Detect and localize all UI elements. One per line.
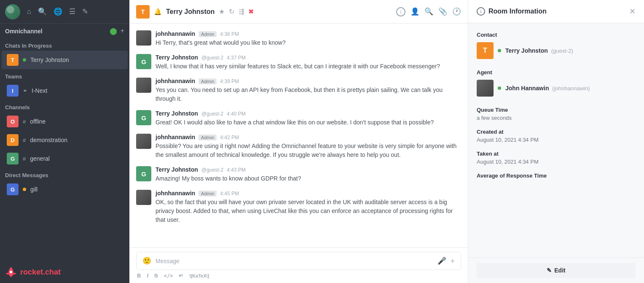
chat-format-bar: B I S </> ↵ \[KaTeX\]: [136, 270, 461, 279]
message-sender-6: Terry Johnston: [156, 166, 198, 173]
queue-time-value: a few seconds: [477, 115, 636, 121]
edit-pencil-icon: ✎: [547, 267, 552, 274]
list-icon[interactable]: ☰: [69, 7, 75, 16]
created-at-value: August 10, 2021 4:34 PM: [477, 137, 636, 143]
message-header-1: johnhannawin Admin 4:36 PM: [156, 30, 461, 37]
offline-label: offline: [30, 118, 46, 125]
gill-avatar: G: [7, 183, 19, 195]
message-sender-7: johnhannawin: [156, 190, 195, 197]
chat-header-star-icon[interactable]: ★: [219, 8, 225, 16]
sidebar-item-general[interactable]: G # general: [2, 149, 128, 168]
multiline-button[interactable]: ↵: [179, 272, 183, 279]
message-time-5: 4:42 PM: [220, 135, 239, 140]
home-icon[interactable]: ⌂: [27, 8, 31, 16]
message-badge-7: Admin: [199, 191, 217, 197]
omnichannel-add-icon[interactable]: +: [121, 27, 124, 35]
chat-header-share-icon[interactable]: ⇶: [239, 8, 244, 16]
offline-avatar: O: [7, 116, 19, 127]
katex-button[interactable]: \[KaTeX\]: [189, 273, 209, 278]
message-content-4: Terry Johnston @guest-2 4:40 PM Great! O…: [156, 110, 461, 127]
info-icon[interactable]: i: [396, 7, 405, 16]
strikethrough-button[interactable]: S: [154, 272, 158, 279]
message-time-3: 4:39 PM: [220, 78, 239, 84]
agent-status-dot: [498, 86, 501, 90]
guest-avatar-6: G: [136, 166, 151, 181]
attachment-icon[interactable]: 📎: [438, 7, 447, 16]
agent-avatar: [477, 80, 494, 97]
chat-header-right-icons: i 👤 🔍 📎 🕐: [396, 7, 461, 16]
sidebar-item-inext[interactable]: I ⚭ I-Next: [2, 81, 128, 100]
omnichannel-status-icon[interactable]: ⬤: [110, 27, 117, 35]
general-hash-icon: #: [23, 156, 26, 162]
gill-label: gill: [30, 186, 38, 193]
terry-status-dot: [23, 58, 26, 62]
compose-icon[interactable]: ✎: [82, 7, 88, 16]
person-icon[interactable]: 👤: [411, 7, 419, 16]
plus-icon[interactable]: +: [451, 257, 455, 265]
message-time-6: 4:43 PM: [227, 167, 246, 173]
chat-header-refresh-icon[interactable]: ↻: [229, 8, 234, 16]
sidebar-item-demonstration[interactable]: D # demonstration: [2, 131, 128, 149]
gill-status-dot: [23, 188, 26, 191]
general-label: general: [30, 155, 50, 162]
guest-avatar-4: G: [136, 110, 151, 125]
chat-header-close-icon[interactable]: ✖: [248, 8, 254, 16]
message-row: johnhannawin Admin 4:36 PM Hi Terry, tha…: [136, 30, 461, 47]
message-header-5: johnhannawin Admin 4:42 PM: [156, 134, 461, 140]
globe-icon[interactable]: 🌐: [54, 7, 62, 16]
right-panel-footer: ✎ Edit: [468, 257, 644, 283]
chat-messages: johnhannawin Admin 4:36 PM Hi Terry, tha…: [129, 24, 468, 247]
sidebar-top: ⌂ 🔍 🌐 ☰ ✎: [0, 0, 129, 24]
italic-button[interactable]: I: [147, 272, 148, 279]
agent-info: John Hannawin (johnhannawin): [505, 85, 590, 92]
sidebar-item-gill[interactable]: G gill: [2, 180, 128, 199]
message-content-7: johnhannawin Admin 4:45 PM OK, so the fa…: [156, 190, 461, 224]
microphone-icon[interactable]: 🎤: [437, 256, 446, 265]
message-header-3: johnhannawin Admin 4:39 PM: [156, 78, 461, 84]
bold-button[interactable]: B: [137, 272, 141, 279]
terry-johnston-label: Terry Johnston: [30, 57, 69, 63]
contact-label: Contact: [477, 32, 636, 38]
close-panel-button[interactable]: ✕: [629, 7, 636, 16]
queue-time-section: Queue Time a few seconds: [477, 107, 636, 121]
contact-name: Terry Johnston: [505, 47, 548, 54]
message-header-4: Terry Johnston @guest-2 4:40 PM: [156, 110, 461, 117]
clock-icon[interactable]: 🕐: [452, 7, 461, 16]
message-text-2: Well, I know that it has very similar fe…: [156, 62, 461, 71]
edit-button[interactable]: ✎ Edit: [477, 263, 636, 278]
message-text-1: Hi Terry, that's great what would you li…: [156, 38, 461, 47]
sidebar-item-terry-johnston[interactable]: T Terry Johnston: [2, 51, 128, 69]
sidebar-item-offline[interactable]: O # offline: [2, 112, 128, 131]
message-handle-2: @guest-2: [201, 55, 223, 61]
message-time-1: 4:36 PM: [220, 31, 239, 37]
queue-time-label: Queue Time: [477, 107, 636, 113]
message-sender-4: Terry Johnston: [156, 110, 198, 117]
message-handle-4: @guest-2: [201, 111, 223, 117]
guest-avatar-2: G: [136, 54, 151, 69]
teams-header: Teams: [0, 69, 129, 81]
message-sender-3: johnhannawin: [156, 78, 195, 84]
message-sender-5: johnhannawin: [156, 134, 195, 140]
direct-messages-title: Direct Messages: [5, 172, 48, 178]
search-icon[interactable]: 🔍: [38, 7, 47, 16]
message-row: G Terry Johnston @guest-2 4:37 PM Well, …: [136, 54, 461, 71]
contact-avatar: T: [477, 42, 494, 59]
message-handle-6: @guest-2: [201, 167, 223, 173]
inext-label: I-Next: [32, 87, 47, 94]
right-panel-title: Room Information: [488, 8, 547, 15]
emoji-icon[interactable]: 🙂: [142, 256, 151, 265]
search-header-icon[interactable]: 🔍: [424, 7, 433, 16]
john-avatar-1: [136, 30, 151, 46]
edit-button-label: Edit: [554, 267, 565, 274]
created-at-label: Created at: [477, 129, 636, 135]
demonstration-label: demonstration: [30, 137, 67, 143]
message-badge-1: Admin: [199, 31, 217, 37]
john-avatar-5: [136, 134, 151, 149]
taken-at-section: Taken at August 10, 2021 4:34 PM: [477, 151, 636, 165]
message-text-3: Yes you can. You need to set up an API k…: [156, 86, 461, 103]
message-time-7: 4:45 PM: [220, 191, 239, 197]
message-row: G Terry Johnston @guest-2 4:43 PM Amazin…: [136, 166, 461, 183]
code-button[interactable]: </>: [164, 273, 173, 279]
message-input[interactable]: [156, 258, 433, 264]
taken-at-value: August 10, 2021 4:34 PM: [477, 159, 636, 165]
